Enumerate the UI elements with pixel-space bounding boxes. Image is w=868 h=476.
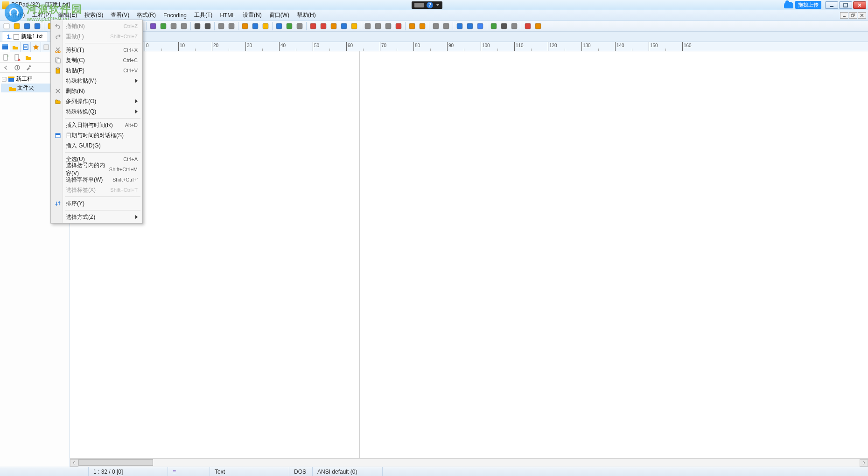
toolbar-macro2-button[interactable] <box>319 21 328 31</box>
toolbar-right-button[interactable] <box>384 21 393 31</box>
scroll-right-button[interactable] <box>860 459 868 467</box>
editor[interactable] <box>70 51 868 458</box>
menuitem-17[interactable]: 选择字符串(W)Shift+Ctrl+' <box>52 175 141 185</box>
menuitem-11[interactable]: 插入日期与时间(R)Alt+D <box>52 120 141 130</box>
horizontal-scrollbar[interactable] <box>70 458 868 467</box>
toolbar-outdent-button[interactable] <box>227 21 236 31</box>
menu-help[interactable]: 帮助(H) <box>293 10 320 20</box>
mdi-close-button[interactable] <box>858 12 866 19</box>
menuitem-22[interactable]: 选择方式(Z) <box>52 212 141 222</box>
toolbar-term-button[interactable] <box>499 21 509 31</box>
menuitem-label: 选择字符串(W) <box>66 176 112 184</box>
toolbar-left-button[interactable] <box>363 21 372 31</box>
toolbar-linenum-button[interactable] <box>179 21 189 31</box>
mdi-minimize-button[interactable] <box>840 12 848 19</box>
sidebar-info-icon[interactable] <box>13 63 21 72</box>
menuitem-9[interactable]: 特殊转换(Q) <box>52 106 141 117</box>
sidebar-back-icon[interactable] <box>2 63 10 72</box>
menuitem-3[interactable]: 剪切(T)Ctrl+X <box>52 45 141 55</box>
toolbar-wrap-button[interactable] <box>169 21 178 31</box>
sidebar-newfile-icon[interactable] <box>2 53 10 62</box>
toolbar-tag1-button[interactable] <box>431 21 441 31</box>
toolbar-hex-button[interactable] <box>274 21 284 31</box>
scroll-left-button[interactable] <box>70 459 78 467</box>
toolbar-diff-button[interactable] <box>285 21 294 31</box>
menu-view[interactable]: 查看(V) <box>107 10 133 20</box>
toolbar-spell-button[interactable] <box>159 21 168 31</box>
toolbar-ie-button[interactable] <box>465 21 475 31</box>
maximize-button[interactable] <box>839 1 852 9</box>
sidebar-openfolder-icon[interactable] <box>24 53 33 62</box>
scroll-track[interactable] <box>78 459 860 467</box>
cloud-upload[interactable]: 拖拽上传 <box>784 1 821 9</box>
collapse-icon[interactable] <box>2 77 7 82</box>
toolbar-syntax-button[interactable] <box>148 21 158 31</box>
toolbar-print-button[interactable] <box>193 21 202 31</box>
folder-icon <box>9 85 16 91</box>
menu-file[interactable]: 文件(F) <box>3 10 28 20</box>
menuitem-12[interactable]: 日期与时间的对话框(S) <box>52 130 141 140</box>
menu-encoding[interactable]: Encoding <box>160 11 190 20</box>
dropdown-icon[interactable] <box>436 4 440 6</box>
toolbar-saveall-button[interactable] <box>33 21 42 31</box>
toolbar-indent-button[interactable] <box>217 21 226 31</box>
menuitem-shortcut: Ctrl+V <box>123 68 138 73</box>
menuitem-7[interactable]: 删除(N) <box>52 86 141 96</box>
toolbar-tag2-button[interactable] <box>441 21 451 31</box>
titlebar-widget[interactable]: ? <box>412 1 442 9</box>
toolbar-sort-button[interactable] <box>295 21 304 31</box>
submenu-arrow-icon <box>135 79 138 83</box>
toolbar-cut-button[interactable] <box>240 21 250 31</box>
minimize-button[interactable] <box>825 1 838 9</box>
sidebar-tab-ftp[interactable] <box>21 42 31 52</box>
menu-tools[interactable]: 工具(T) <box>190 10 216 20</box>
toolbar-star-button[interactable] <box>350 21 359 31</box>
sidebar-tab-more[interactable] <box>41 42 51 52</box>
toolbar-open-button[interactable] <box>12 21 21 31</box>
toolbar-stop-button[interactable] <box>533 21 543 31</box>
scroll-thumb[interactable] <box>78 459 153 466</box>
menuitem-6[interactable]: 特殊粘贴(M) <box>52 76 141 86</box>
mdi-restore-button[interactable] <box>849 12 857 19</box>
menu-window[interactable]: 窗口(W) <box>266 10 293 20</box>
toolbar-color-button[interactable] <box>394 21 403 31</box>
toolbar-paste-button[interactable] <box>261 21 270 31</box>
toolbar-google-button[interactable] <box>476 21 485 31</box>
sidebar-tab-fav[interactable] <box>31 42 41 52</box>
toolbar-html1-button[interactable] <box>407 21 417 31</box>
menu-settings[interactable]: 设置(N) <box>239 10 266 20</box>
toolbar-copy-button[interactable] <box>251 21 260 31</box>
toolbar-rec-button[interactable] <box>523 21 532 31</box>
toolbar-html2-button[interactable] <box>418 21 427 31</box>
sidebar-tab-project[interactable] <box>0 42 10 52</box>
menu-search[interactable]: 搜索(S) <box>81 10 107 20</box>
menuitem-20[interactable]: 排序(Y) <box>52 198 141 209</box>
sidebar-tools-icon[interactable] <box>24 63 33 72</box>
help-icon[interactable]: ? <box>427 2 433 8</box>
toolbar-preview-button[interactable] <box>203 21 212 31</box>
toolbar-calc-button[interactable] <box>510 21 519 31</box>
menuitem-16[interactable]: 选择括号内的内容(V)Shift+Ctrl+M <box>52 164 141 175</box>
close-button[interactable] <box>853 1 866 9</box>
menuitem-8[interactable]: 多列操作(O) <box>52 96 141 106</box>
menuitem-5[interactable]: 粘贴(P)Ctrl+V <box>52 65 141 76</box>
toolbar-run-button[interactable] <box>489 21 498 31</box>
svg-rect-52 <box>535 23 541 29</box>
toolbar-lock-button[interactable] <box>329 21 338 31</box>
menu-format[interactable]: 格式(R) <box>133 10 160 20</box>
toolbar-center-button[interactable] <box>373 21 383 31</box>
file-tab[interactable]: 1. 新建1.txt <box>2 31 48 42</box>
menuitem-4[interactable]: 复制(C)Ctrl+C <box>52 55 141 65</box>
menu-edit[interactable]: 编辑(E) <box>55 10 81 20</box>
toolbar-new-button[interactable] <box>2 21 11 31</box>
sidebar-tab-folder[interactable] <box>10 42 21 52</box>
menuitem-13[interactable]: 插入 GUID(G) <box>52 140 141 151</box>
menu-project[interactable]: 工程(P) <box>28 10 55 20</box>
toolbar-link-button[interactable] <box>339 21 349 31</box>
sidebar-delfile-icon[interactable] <box>13 53 21 62</box>
toolbar-save-button[interactable] <box>22 21 32 31</box>
toolbar-browser-button[interactable] <box>455 21 464 31</box>
menu-html[interactable]: HTML <box>216 11 239 20</box>
toolbar-macro1-button[interactable] <box>308 21 318 31</box>
cloud-upload-label: 拖拽上传 <box>795 1 821 9</box>
